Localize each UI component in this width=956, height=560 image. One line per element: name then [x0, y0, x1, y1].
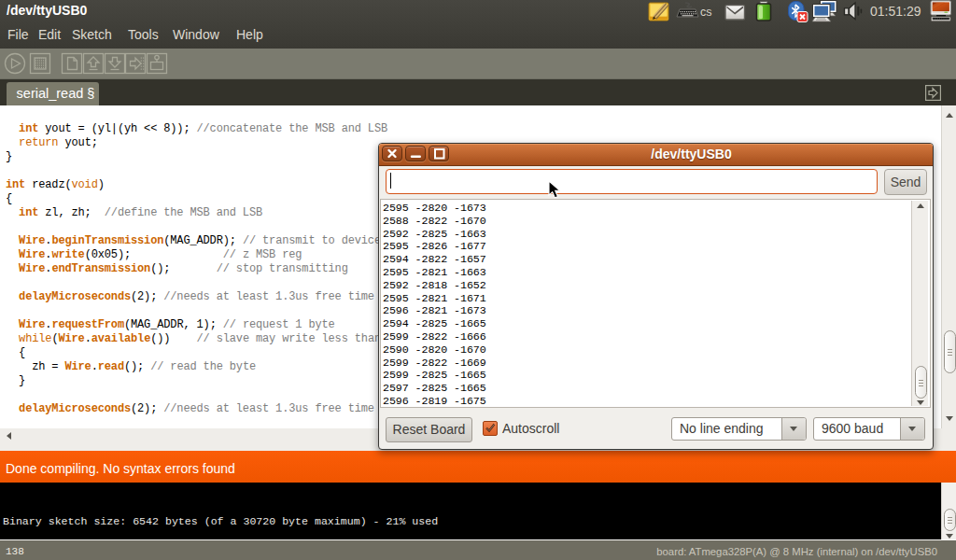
- svg-text:cs: cs: [700, 6, 712, 19]
